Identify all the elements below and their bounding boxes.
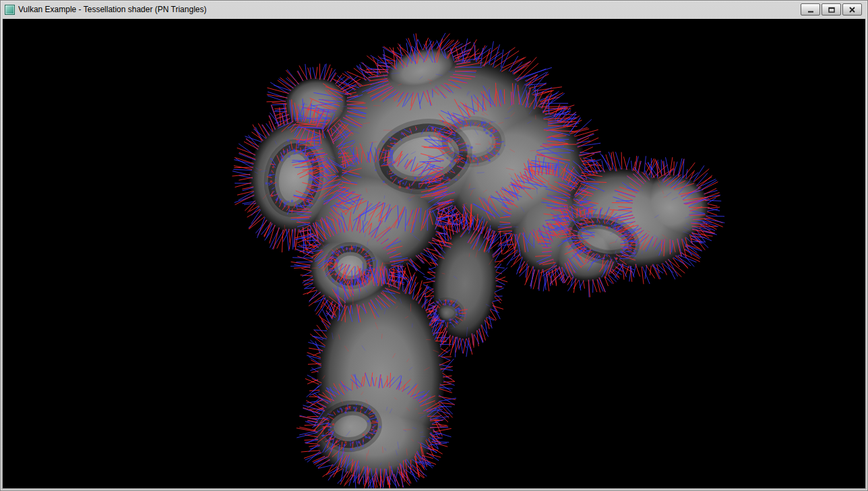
app-icon[interactable] xyxy=(5,5,15,15)
close-button[interactable] xyxy=(842,3,862,16)
maximize-icon xyxy=(828,7,835,13)
minimize-icon xyxy=(807,7,814,13)
close-icon xyxy=(849,7,855,13)
minimize-button[interactable] xyxy=(801,3,820,16)
render-area xyxy=(3,19,865,488)
window-title: Vulkan Example - Tessellation shader (PN… xyxy=(18,5,206,14)
app-window: Vulkan Example - Tessellation shader (PN… xyxy=(0,0,868,491)
window-controls xyxy=(801,3,863,16)
render-canvas[interactable] xyxy=(3,19,865,488)
titlebar[interactable]: Vulkan Example - Tessellation shader (PN… xyxy=(3,0,865,19)
maximize-button[interactable] xyxy=(822,3,841,16)
